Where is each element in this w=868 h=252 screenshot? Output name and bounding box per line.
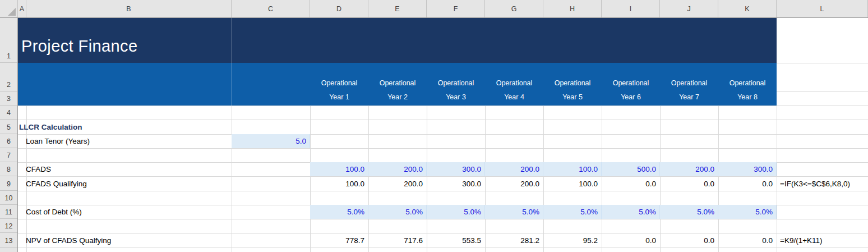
column-header-j[interactable]: J (660, 0, 718, 17)
cell-cost-of-debt-y2[interactable]: 5.0% (368, 205, 427, 219)
period-line1: Operational (555, 76, 591, 90)
label-npv-cfads-qualfying[interactable]: NPV of CFADS Qualfying (26, 233, 228, 248)
cell-cost-of-debt-y8[interactable]: 5.0% (718, 205, 777, 219)
column-header-a[interactable]: A (18, 0, 26, 17)
gridline (18, 191, 868, 191)
cell-cost-of-debt-y3[interactable]: 5.0% (427, 205, 485, 219)
select-all-triangle-icon (8, 8, 16, 16)
period-header-year-2[interactable]: OperationalYear 2 (368, 63, 427, 106)
period-line2: Year 8 (737, 90, 758, 104)
select-all-button[interactable] (0, 0, 18, 17)
column-header-c[interactable]: C (232, 0, 310, 17)
row-header-3[interactable]: 3 (0, 91, 17, 106)
banner-column-separator (232, 18, 232, 106)
period-line1: Operational (438, 76, 474, 90)
cell-npv-y2[interactable]: 717.6 (368, 233, 427, 248)
gridline (777, 63, 868, 63)
cell-cfads-y3[interactable]: 300.0 (427, 162, 485, 176)
cell-cfads-y5[interactable]: 100.0 (543, 162, 602, 176)
cell-cfads-qualifying-y7[interactable]: 0.0 (660, 176, 718, 191)
period-line1: Operational (613, 76, 649, 90)
cell-cfads-qualifying-y3[interactable]: 300.0 (427, 176, 485, 191)
period-header-year-1[interactable]: OperationalYear 1 (310, 63, 368, 106)
label-cost-of-debt[interactable]: Cost of Debt (%) (26, 205, 228, 219)
gridline (18, 248, 868, 248)
period-line2: Year 4 (504, 90, 524, 104)
cell-cfads-y2[interactable]: 200.0 (368, 162, 427, 176)
cell-cfads-qualifying-y4[interactable]: 200.0 (485, 176, 543, 191)
cell-cfads-y4[interactable]: 200.0 (485, 162, 543, 176)
cell-cfads-qualifying-y2[interactable]: 200.0 (368, 176, 427, 191)
row-header-5[interactable]: 5 (0, 120, 17, 134)
period-line1: Operational (671, 76, 708, 90)
period-line2: Year 1 (329, 90, 349, 104)
row-header-10[interactable]: 10 (0, 191, 17, 205)
cell-cfads-qualifying-y1[interactable]: 100.0 (310, 176, 368, 191)
period-line2: Year 6 (621, 90, 641, 104)
page-title: Project Finance (21, 37, 138, 56)
cell-cost-of-debt-y1[interactable]: 5.0% (310, 205, 368, 219)
cell-loan-tenor-input[interactable]: 5.0 (232, 134, 310, 148)
column-header-d[interactable]: D (310, 0, 368, 17)
cell-npv-y7[interactable]: 0.0 (660, 233, 718, 248)
row-header-7[interactable]: 7 (0, 148, 17, 162)
cell-cost-of-debt-y7[interactable]: 5.0% (660, 205, 718, 219)
period-header-year-4[interactable]: OperationalYear 4 (485, 63, 543, 106)
cell-npv-y1[interactable]: 778.7 (310, 233, 368, 248)
period-line1: Operational (730, 76, 766, 90)
row-header-11[interactable]: 11 (0, 205, 17, 219)
cell-cfads-qualifying-y8[interactable]: 0.0 (718, 176, 777, 191)
period-line1: Operational (321, 76, 358, 90)
cell-npv-y8[interactable]: 0.0 (718, 233, 777, 248)
cell-cost-of-debt-y6[interactable]: 5.0% (602, 205, 660, 219)
cell-cfads-y7[interactable]: 200.0 (660, 162, 718, 176)
period-line2: Year 7 (679, 90, 699, 104)
label-loan-tenor[interactable]: Loan Tenor (Years) (26, 134, 228, 148)
cell-cost-of-debt-y4[interactable]: 5.0% (485, 205, 543, 219)
row-header-4[interactable]: 4 (0, 106, 17, 120)
column-header-e[interactable]: E (368, 0, 427, 17)
column-header-i[interactable]: I (602, 0, 660, 17)
row-header-1[interactable]: 1 (0, 18, 17, 63)
cell-npv-y5[interactable]: 95.2 (543, 233, 602, 248)
period-line2: Year 5 (562, 90, 583, 104)
cell-npv-y6[interactable]: 0.0 (602, 233, 660, 248)
cell-cfads-y1[interactable]: 100.0 (310, 162, 368, 176)
formula-note-cfads-qualifying: =IF(K3<=$C$6,K8,0) (777, 176, 868, 191)
period-header-year-7[interactable]: OperationalYear 7 (660, 63, 718, 106)
row-header-2[interactable]: 2 (0, 63, 17, 91)
section-heading-llcr[interactable]: LLCR Calculation (19, 120, 221, 134)
cell-cfads-y8[interactable]: 300.0 (718, 162, 777, 176)
column-header-l[interactable]: L (777, 0, 868, 17)
cell-cfads-qualifying-y5[interactable]: 100.0 (543, 176, 602, 191)
period-header-year-8[interactable]: OperationalYear 8 (718, 63, 777, 106)
label-cfads[interactable]: CFADS (26, 162, 228, 176)
period-header-year-6[interactable]: OperationalYear 6 (602, 63, 660, 106)
column-header-b[interactable]: B (26, 0, 232, 17)
period-line2: Year 3 (446, 90, 466, 104)
row-header-12[interactable]: 12 (0, 219, 17, 233)
row-header-6[interactable]: 6 (0, 134, 17, 148)
gridline (18, 148, 868, 149)
gridline (18, 106, 868, 106)
gridline (777, 91, 868, 92)
row-header-8[interactable]: 8 (0, 162, 17, 176)
column-header-h[interactable]: H (543, 0, 602, 17)
column-header-f[interactable]: F (427, 0, 485, 17)
formula-note-npv: =K9/(1+K11) (777, 233, 868, 248)
cell-cfads-qualifying-y6[interactable]: 0.0 (602, 176, 660, 191)
column-header-g[interactable]: G (485, 0, 543, 17)
cell-cost-of-debt-y5[interactable]: 5.0% (543, 205, 602, 219)
period-line1: Operational (496, 76, 533, 90)
row-header-9[interactable]: 9 (0, 176, 17, 191)
gridline (232, 106, 232, 252)
cell-cfads-y6[interactable]: 500.0 (602, 162, 660, 176)
period-header-year-3[interactable]: OperationalYear 3 (427, 63, 485, 106)
period-line1: Operational (380, 76, 416, 90)
cell-npv-y3[interactable]: 553.5 (427, 233, 485, 248)
label-cfads-qualifying[interactable]: CFADS Qualifying (26, 176, 228, 191)
period-header-year-5[interactable]: OperationalYear 5 (543, 63, 602, 106)
cell-npv-y4[interactable]: 281.2 (485, 233, 543, 248)
row-header-13[interactable]: 13 (0, 233, 17, 248)
column-header-k[interactable]: K (718, 0, 777, 17)
